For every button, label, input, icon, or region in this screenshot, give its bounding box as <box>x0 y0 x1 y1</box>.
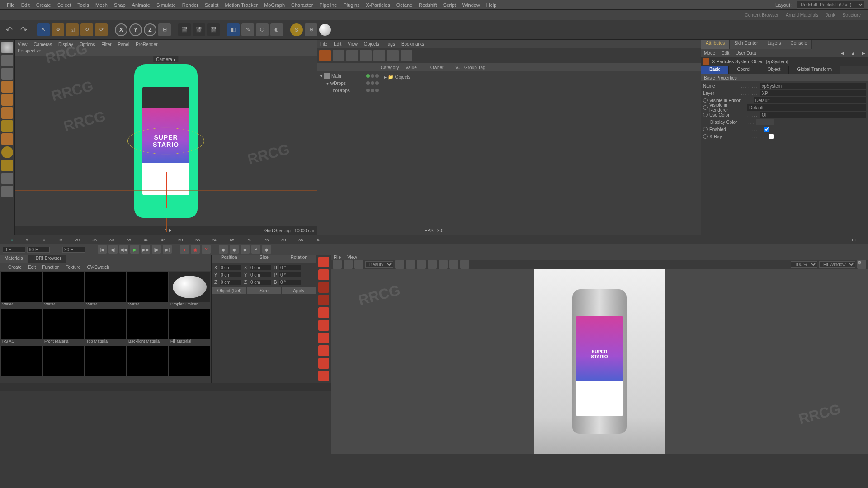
polys-mode-icon[interactable] <box>1 107 13 119</box>
attr-menu-edit[interactable]: Edit <box>722 51 729 56</box>
play-forward-icon[interactable]: ▶▶ <box>141 245 150 254</box>
rs-tool-icon[interactable] <box>318 371 329 381</box>
rs-bucket-icon[interactable] <box>318 295 329 305</box>
menu-sculpt[interactable]: Sculpt <box>202 2 222 8</box>
material-empty[interactable] <box>127 346 168 382</box>
render-view-icon[interactable]: 🎬 <box>178 23 191 36</box>
render-grid-icon[interactable] <box>417 260 426 269</box>
menu-help[interactable]: Help <box>483 2 500 8</box>
attr-visrender-select[interactable] <box>747 104 866 111</box>
menu-redshift[interactable]: Redshift <box>415 2 440 8</box>
key-pla-icon[interactable]: ◆ <box>262 245 271 254</box>
obj-menu-edit[interactable]: Edit <box>334 42 341 47</box>
redo-icon[interactable]: ↷ <box>17 23 30 36</box>
coord-mode-select[interactable]: Object (Rel) <box>212 287 246 294</box>
material-water[interactable]: Water <box>1 272 42 308</box>
col-owner[interactable]: Owner <box>430 65 455 70</box>
snap-icon[interactable]: S <box>290 23 303 36</box>
tree-nodrops[interactable]: noDrops <box>318 87 382 94</box>
obj-menu-bookmarks[interactable]: Bookmarks <box>401 42 424 47</box>
tab-console[interactable]: Console <box>786 40 812 49</box>
menu-create[interactable]: Create <box>33 2 54 8</box>
col-grouptag[interactable]: Group Tag <box>464 65 489 70</box>
key-param-icon[interactable]: P <box>251 245 260 254</box>
subtab-global[interactable]: Global Transform <box>789 66 840 74</box>
rot-p-input[interactable] <box>279 272 301 277</box>
menu-select[interactable]: Select <box>54 2 75 8</box>
pos-z-input[interactable] <box>220 280 241 285</box>
attr-xray-check[interactable] <box>769 134 774 139</box>
material-backlight[interactable]: Backlight Material <box>127 309 168 345</box>
xray-icon[interactable] <box>1 186 13 197</box>
radio-icon[interactable] <box>703 113 708 117</box>
render-queue-icon[interactable]: 🎬 <box>207 23 220 36</box>
layout-select[interactable]: Redshift_Peekskill (User) <box>797 1 864 9</box>
step-fwd-icon[interactable]: |▶ <box>152 245 161 254</box>
rs-settings-icon[interactable] <box>318 333 329 343</box>
cube-primitive-icon[interactable]: ◧ <box>227 23 240 36</box>
generator-icon[interactable]: ⬡ <box>256 23 269 36</box>
render-view[interactable]: SUPER STARIO RRCG RRCG <box>331 269 868 454</box>
timeline-ruler[interactable]: 051015202530354045505560657075808590 1 F <box>0 235 868 244</box>
obj-filter-icon[interactable] <box>319 50 331 61</box>
menu-tools[interactable]: Tools <box>74 2 92 8</box>
rs-aov-icon[interactable] <box>318 345 329 356</box>
rot-h-input[interactable] <box>279 265 301 270</box>
attr-color-swatch[interactable] <box>756 119 774 125</box>
goto-start-icon[interactable]: |◀ <box>98 245 107 254</box>
record-icon[interactable]: ● <box>180 245 189 254</box>
obj-filter5-icon[interactable] <box>373 50 385 61</box>
material-empty[interactable] <box>169 346 210 382</box>
axis-x-toggle[interactable]: X <box>115 23 127 36</box>
material-empty[interactable] <box>85 346 126 382</box>
subtab-object[interactable]: Object <box>759 66 789 74</box>
goto-end-icon[interactable]: ▶| <box>163 245 172 254</box>
mat-menu-function[interactable]: Function <box>42 265 59 270</box>
play-icon[interactable]: ▶ <box>130 245 139 254</box>
vp-menu-options[interactable]: Options <box>80 42 95 47</box>
edges-mode-icon[interactable] <box>1 94 13 106</box>
menu-animate[interactable]: Animate <box>129 2 153 8</box>
pos-x-input[interactable] <box>220 265 241 270</box>
menu-mesh[interactable]: Mesh <box>92 2 111 8</box>
axis-z-toggle[interactable]: Z <box>144 23 156 36</box>
tab-attributes[interactable]: Attributes <box>701 40 730 49</box>
rot-b-input[interactable] <box>279 280 301 285</box>
model-mode-icon[interactable] <box>1 42 13 53</box>
material-front[interactable]: Front Material <box>43 309 84 345</box>
key-scale-icon[interactable]: ◆ <box>230 245 239 254</box>
pos-y-input[interactable] <box>220 272 241 277</box>
enable-axis-icon[interactable] <box>1 133 13 145</box>
tree-main[interactable]: ▾ Main <box>318 72 382 80</box>
tb2-structure[interactable]: Structure <box>839 13 864 18</box>
radio-icon[interactable] <box>703 98 708 103</box>
obj-menu-tags[interactable]: Tags <box>386 42 395 47</box>
obj-filter2-icon[interactable] <box>333 50 344 61</box>
apply-button[interactable]: Apply <box>282 287 316 294</box>
attr-menu-userdata[interactable]: User Data <box>736 51 756 56</box>
attr-nav-fwd-icon[interactable]: ▶ <box>862 51 865 56</box>
render-fit-select[interactable]: Fit Window <box>819 261 855 268</box>
texture-mode-icon[interactable] <box>1 55 13 66</box>
tb2-content-browser[interactable]: Content Browser <box>741 13 782 18</box>
obj-filter7-icon[interactable] <box>401 50 412 61</box>
select-tool-icon[interactable]: ↖ <box>37 23 50 36</box>
deformer-icon[interactable]: ◐ <box>270 23 283 36</box>
category-objects[interactable]: ▸ 📁Objects <box>382 73 699 80</box>
keyframe-icon[interactable]: ? <box>202 245 211 254</box>
material-water[interactable]: Water <box>127 272 168 308</box>
render-settings-icon[interactable]: 🎬 <box>193 23 205 36</box>
rotate-tool-icon[interactable]: ↻ <box>80 23 93 36</box>
render-snap1-icon[interactable] <box>428 260 437 269</box>
vp-menu-cameras[interactable]: Cameras <box>34 42 52 47</box>
tb2-arnold[interactable]: Arnold Materials <box>782 13 822 18</box>
key-pos-icon[interactable]: ◆ <box>219 245 228 254</box>
frame-mid-input[interactable] <box>27 247 50 253</box>
mat-menu-texture[interactable]: Texture <box>66 265 81 270</box>
attr-usecolor-select[interactable] <box>760 112 866 118</box>
last-tool-icon[interactable]: ⟳ <box>95 23 108 36</box>
menu-window[interactable]: Window <box>459 2 483 8</box>
tb2-junk[interactable]: Junk <box>822 13 839 18</box>
mat-menu-create[interactable]: Create <box>8 265 22 270</box>
size-mode-select[interactable]: Size <box>247 287 281 294</box>
